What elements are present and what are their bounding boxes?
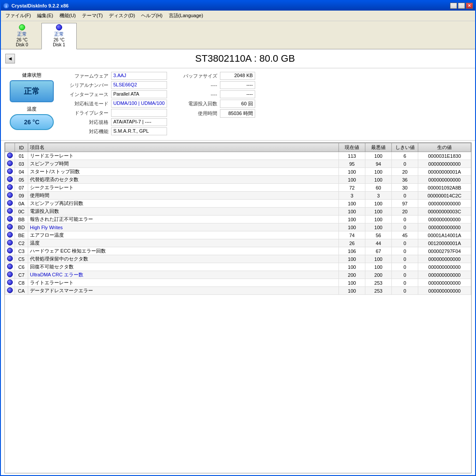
table-row: C5代替処理保留中のセクタ数1001000000000000000 (5, 255, 471, 263)
row-raw: 000000014C2C (418, 192, 471, 200)
menu-file[interactable]: ファイル(F) (3, 11, 33, 20)
r1-label: ---- (180, 82, 220, 88)
table-row: BEエアフロー温度74564500001A14001A (5, 231, 471, 239)
row-worst: 100 (365, 255, 392, 263)
close-button[interactable]: ✕ (466, 3, 473, 9)
row-name: High Fly Writes (28, 223, 339, 231)
row-name: ハードウェア ECC 検知エラー回数 (28, 247, 339, 255)
row-name: 電源投入回数 (28, 208, 339, 216)
row-icon-cell (5, 223, 15, 231)
th-worst: 最悪値 (365, 143, 392, 152)
features-label: 対応機能 (63, 128, 111, 135)
menu-edit[interactable]: 編集(E) (34, 11, 56, 20)
disk-tab-1[interactable]: 正常 26 °C Disk 1 (41, 23, 77, 49)
row-name: 代替処理済のセクタ数 (28, 176, 339, 184)
row-id: 04 (15, 168, 28, 176)
row-worst: 253 (365, 287, 392, 295)
row-raw: 00000000003C (418, 208, 471, 216)
row-name: スピンアップ時間 (28, 160, 339, 168)
row-threshold: 0 (392, 216, 418, 223)
row-threshold: 20 (392, 168, 418, 176)
row-threshold: 0 (392, 271, 418, 279)
status-dot (7, 271, 13, 277)
driveletter-value (111, 109, 167, 117)
table-row: C8ライトエラーレート1002530000000000000 (5, 279, 471, 287)
row-icon-cell (5, 184, 15, 192)
row-worst: 44 (365, 239, 392, 247)
row-raw: 000000000000 (418, 216, 471, 223)
disk-1-name: Disk 1 (53, 42, 65, 47)
row-name: エアフロー温度 (28, 231, 339, 239)
driveletter-label: ドライブレター (63, 110, 111, 116)
usage-time-row: 使用時間 85036 時間 (180, 109, 255, 118)
app-icon: i (3, 3, 9, 9)
usage-time-value: 85036 時間 (220, 109, 255, 118)
row-threshold: 0 (392, 160, 418, 168)
row-id: C7 (15, 271, 28, 279)
back-button[interactable]: ◄ (5, 54, 15, 63)
r2-label: ---- (180, 92, 220, 97)
menu-bar: ファイル(F) 編集(E) 機能(U) テーマ(T) ディスク(D) ヘルプ(H… (1, 11, 475, 21)
th-thresh: しきい値 (392, 143, 418, 152)
row-threshold: 0 (392, 279, 418, 287)
smart-table: ID 項目名 現在値 最悪値 しきい値 生の値 01リードエラーレート11310… (5, 143, 471, 295)
row-threshold: 45 (392, 231, 418, 239)
row-icon-cell (5, 176, 15, 184)
smart-table-body: 01リードエラーレート11310060000031E183003スピンアップ時間… (5, 152, 471, 295)
menu-function[interactable]: 機能(U) (57, 11, 78, 20)
health-section: 健康状態 正常 温度 26 °C (5, 72, 58, 137)
row-threshold: 0 (392, 247, 418, 255)
row-raw: 000000000000 (418, 255, 471, 263)
features-row: 対応機能 S.M.A.R.T., GPL (63, 127, 167, 135)
status-dot (7, 287, 13, 293)
row-name: スタート/ストップ回数 (28, 168, 339, 176)
row-icon-cell (5, 160, 15, 168)
temp-badge: 26 °C (10, 114, 54, 130)
row-threshold: 6 (392, 152, 418, 160)
power-count-label: 電源投入回数 (180, 100, 220, 107)
status-dot (7, 264, 13, 269)
standard-row: 対応規格 ATA/ATAPI-7 | ---- (63, 118, 167, 126)
title-bar-buttons: ─ □ ✕ (450, 3, 473, 9)
disk-0-indicator (19, 24, 25, 30)
row-worst: 100 (365, 152, 392, 160)
interface-label: インターフェース (63, 91, 111, 98)
row-icon-cell (5, 271, 15, 279)
disk-0-status: 正常 (17, 31, 27, 37)
main-content: ◄ ST3802110A : 80.0 GB 健康状態 正常 温度 26 °C … (1, 49, 475, 475)
smart-table-container: ID 項目名 現在値 最悪値 しきい値 生の値 01リードエラーレート11310… (4, 142, 472, 473)
buffer-value: 2048 KB (220, 72, 255, 80)
menu-help[interactable]: ヘルプ(H) (138, 11, 165, 20)
maximize-button[interactable]: □ (458, 3, 465, 9)
health-label: 健康状態 (22, 72, 41, 78)
row-current: 26 (339, 239, 365, 247)
menu-language[interactable]: 言語(Language) (166, 11, 206, 20)
table-row: 0Aスピンアップ再試行回数10010097000000000000 (5, 200, 471, 208)
th-current: 現在値 (339, 143, 365, 152)
row-current: 100 (339, 176, 365, 184)
row-worst: 253 (365, 279, 392, 287)
disk-tab-0[interactable]: 正常 26 °C Disk 0 (4, 23, 40, 49)
row-id: C2 (15, 239, 28, 247)
row-worst: 100 (365, 200, 392, 208)
row-name: シークエラーレート (28, 184, 339, 192)
row-current: 3 (339, 192, 365, 200)
row-raw: 00000000001A (418, 168, 471, 176)
svg-text:i: i (6, 4, 7, 8)
row-raw: 000000000000 (418, 160, 471, 168)
status-dot (7, 184, 13, 190)
row-id: C5 (15, 255, 28, 263)
status-dot (7, 152, 13, 158)
row-name: リードエラーレート (28, 152, 339, 160)
status-dot (7, 216, 13, 222)
row-id: C3 (15, 247, 28, 255)
table-row: 09使用時間330000000014C2C (5, 192, 471, 200)
menu-disk[interactable]: ディスク(D) (106, 11, 138, 20)
row-id: CA (15, 287, 28, 295)
menu-theme[interactable]: テーマ(T) (79, 11, 105, 20)
minimize-button[interactable]: ─ (450, 3, 457, 9)
firmware-row: ファームウェア 3.AAJ (63, 72, 167, 80)
table-row: 05代替処理済のセクタ数10010036000000000000 (5, 176, 471, 184)
row-threshold: 0 (392, 255, 418, 263)
row-current: 100 (339, 279, 365, 287)
